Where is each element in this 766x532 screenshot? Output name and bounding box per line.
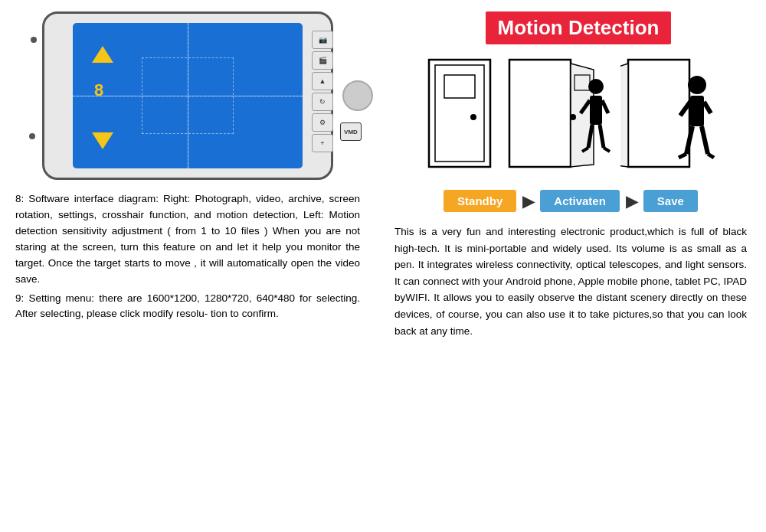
- svg-rect-8: [590, 96, 602, 125]
- paragraph-1: 8: Software interface diagram: Right: Ph…: [15, 191, 360, 288]
- svg-line-14: [604, 148, 610, 152]
- screen-number: 8: [94, 80, 103, 100]
- phone-dot-bottom: [29, 133, 35, 139]
- phone-screen: 8 📷 🎬 ▲ ↻ ⚙ + VMD: [73, 23, 303, 168]
- phone-body: 8 📷 🎬 ▲ ↻ ⚙ + VMD: [42, 11, 333, 180]
- door-closed-svg: [421, 56, 498, 175]
- motion-title-text: Motion Detection: [486, 11, 672, 44]
- svg-line-21: [702, 126, 708, 154]
- settings-button[interactable]: ⚙: [312, 113, 333, 132]
- svg-point-3: [470, 114, 476, 120]
- status-row: Standby ▶ Activaten ▶ Save: [444, 190, 698, 212]
- svg-line-12: [600, 125, 604, 148]
- phone-dot-top: [31, 37, 37, 43]
- right-panel: Motion Detection: [375, 0, 766, 532]
- archive-button[interactable]: ▲: [312, 72, 333, 90]
- svg-line-23: [708, 154, 714, 158]
- standby-button[interactable]: Standby: [444, 190, 516, 212]
- door-closed: [421, 56, 498, 175]
- left-panel: 8 📷 🎬 ▲ ↻ ⚙ + VMD 8: Software interfac: [0, 0, 375, 532]
- door-open-svg: [506, 56, 613, 175]
- svg-line-20: [686, 126, 692, 154]
- save-button[interactable]: Save: [643, 190, 698, 212]
- rotation-button[interactable]: ↻: [312, 93, 333, 111]
- door-open-person: [506, 56, 613, 175]
- motion-detection-title: Motion Detection: [470, 11, 672, 44]
- activaten-button[interactable]: Activaten: [540, 190, 620, 212]
- svg-rect-4: [509, 60, 571, 167]
- side-buttons-panel: 📷 🎬 ▲ ↻ ⚙ + VMD: [312, 31, 333, 152]
- vmd-button[interactable]: VMD: [340, 122, 362, 141]
- phone-camera: [342, 80, 373, 111]
- camera-button[interactable]: 📷: [312, 31, 333, 49]
- door-open-person2-svg: [620, 56, 720, 175]
- arrow-right-icon-1: ▶: [522, 192, 534, 211]
- svg-line-19: [704, 102, 711, 113]
- door-illustrations: [421, 56, 720, 175]
- svg-point-6: [570, 114, 576, 120]
- crosshair-rect: [142, 57, 234, 134]
- left-text-content: 8: Software interface diagram: Right: Ph…: [15, 191, 360, 325]
- door-open-person-outside: [620, 56, 720, 175]
- paragraph-2: 9: Setting menu: there are 1600*1200, 12…: [15, 291, 360, 323]
- svg-rect-1: [435, 65, 484, 162]
- crosshair-button[interactable]: +: [312, 134, 333, 152]
- arrow-right-icon-2: ▶: [626, 192, 637, 211]
- svg-line-10: [602, 100, 608, 113]
- phone-illustration: 8 📷 🎬 ▲ ↻ ⚙ + VMD: [15, 11, 360, 180]
- svg-point-16: [688, 76, 706, 94]
- svg-line-22: [679, 154, 686, 158]
- description-text: This is a very fun and interesting elect…: [391, 224, 751, 339]
- svg-point-7: [588, 79, 604, 94]
- svg-rect-17: [690, 96, 704, 126]
- arrow-up-icon: [92, 46, 113, 63]
- arrow-down-icon: [92, 132, 113, 149]
- video-button[interactable]: 🎬: [312, 51, 333, 70]
